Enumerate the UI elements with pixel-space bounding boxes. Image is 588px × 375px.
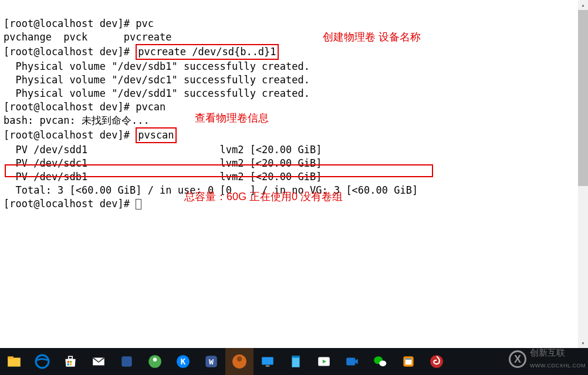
terminal-line: [root@localhost dev]# pvscan — [4, 129, 177, 141]
svg-rect-9 — [121, 356, 131, 366]
watermark-logo-icon — [509, 350, 526, 368]
wechat-icon[interactable] — [366, 348, 394, 375]
svg-text:K: K — [181, 357, 186, 366]
scrollbar[interactable]: ▴ ▾ — [578, 0, 588, 348]
annotation-view-pv: 查看物理卷信息 — [195, 112, 269, 125]
spiral-icon[interactable] — [423, 348, 451, 375]
edge-browser-icon[interactable] — [28, 348, 56, 375]
prompt: [root@localhost dev]# — [4, 46, 136, 58]
svg-rect-1 — [8, 356, 13, 359]
terminal-line: [root@localhost dev]# pvcreate /dev/sd{b… — [4, 46, 279, 58]
svg-rect-23 — [346, 358, 355, 366]
svg-rect-3 — [69, 356, 73, 359]
store-icon[interactable] — [56, 348, 85, 375]
terminal-line: bash: pvcan: 未找到命令... — [4, 114, 150, 126]
terminal-line: [root@localhost dev]# pvcan — [4, 101, 165, 113]
terminal-line: [root@localhost dev]# — [4, 198, 141, 210]
highlighted-command-pvscan: pvscan — [136, 127, 176, 143]
notes-icon[interactable] — [282, 348, 310, 375]
svg-point-25 — [379, 360, 386, 366]
terminal-line: PV /dev/sdb1 lvm2 [<20.00 GiB] — [4, 171, 322, 183]
wps-icon[interactable]: W — [197, 348, 225, 375]
highlighted-command-pvcreate: pvcreate /dev/sd{b..d}1 — [136, 44, 278, 60]
mail-icon[interactable] — [85, 348, 113, 375]
svg-point-2 — [36, 355, 49, 368]
terminal-line: Physical volume "/dev/sdd1" successfully… — [4, 87, 310, 99]
svg-rect-6 — [67, 363, 69, 365]
video-player-icon[interactable] — [310, 348, 338, 375]
terminal-line: PV /dev/sdd1 lvm2 [<20.00 GiB] — [4, 144, 322, 156]
kugou-music-icon[interactable]: K — [169, 348, 197, 375]
svg-rect-19 — [266, 366, 270, 367]
svg-text:W: W — [209, 357, 214, 366]
file-explorer-icon[interactable] — [0, 348, 28, 375]
vmware-icon[interactable] — [394, 348, 423, 375]
watermark: 创新互联 WWW.CDCXHL.COM — [509, 346, 586, 373]
svg-rect-28 — [405, 359, 412, 360]
annotation-create-pv: 创建物理卷 设备名称 — [323, 31, 421, 44]
app-blue-square-icon[interactable] — [113, 348, 141, 375]
svg-rect-4 — [67, 361, 69, 363]
screen-record-icon[interactable] — [338, 348, 366, 375]
terminal-output[interactable]: [root@localhost dev]# pvc pvchange pvck … — [0, 0, 588, 211]
terminal-line: pvchange pvck pvcreate — [4, 31, 172, 43]
prompt: [root@localhost dev]# — [4, 129, 136, 141]
watermark-title: 创新互联 — [530, 346, 586, 359]
terminal-line: Physical volume "/dev/sdb1" successfully… — [4, 60, 310, 72]
svg-rect-21 — [292, 356, 300, 357]
monitor-icon[interactable] — [254, 348, 282, 375]
watermark-url: WWW.CDCXHL.COM — [530, 359, 586, 373]
terminal-line: PV /dev/sdc1 lvm2 [<20.00 GiB] — [4, 157, 322, 169]
game-icon[interactable] — [225, 348, 254, 375]
svg-rect-7 — [70, 363, 72, 365]
svg-point-11 — [153, 358, 157, 362]
app-green-icon[interactable] — [141, 348, 169, 375]
svg-rect-5 — [70, 361, 72, 363]
svg-rect-18 — [262, 357, 273, 364]
terminal-line: [root@localhost dev]# pvc — [4, 18, 154, 29]
svg-rect-0 — [8, 358, 21, 367]
svg-point-17 — [237, 356, 242, 362]
terminal-line: Physical volume "/dev/sdc1" successfully… — [4, 74, 310, 86]
scroll-thumb[interactable] — [578, 10, 588, 186]
annotation-total: 总容量：60G 正在使用0 没有卷组 — [184, 190, 343, 204]
scroll-up-button[interactable]: ▴ — [578, 0, 588, 10]
taskbar: K W — [0, 348, 588, 375]
cursor — [136, 199, 141, 210]
